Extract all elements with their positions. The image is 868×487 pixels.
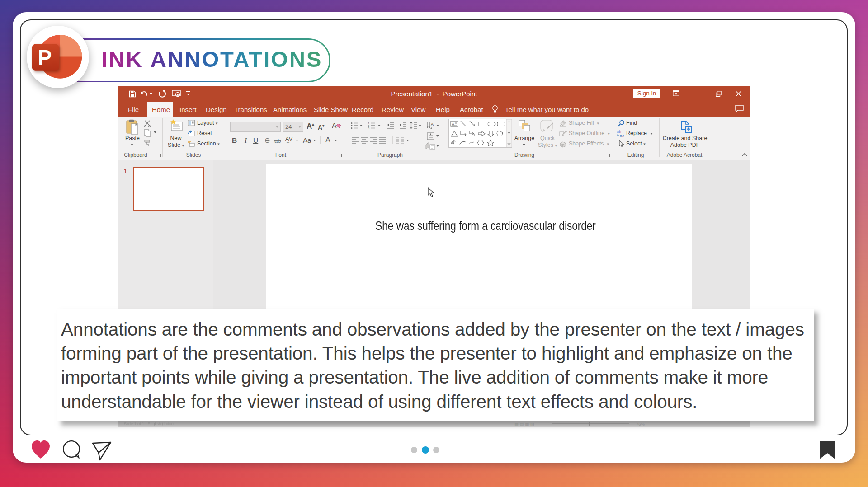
svg-text:P: P xyxy=(38,46,52,69)
svg-text:A: A xyxy=(431,122,434,126)
svg-text:ac: ac xyxy=(620,134,624,138)
svg-text:3: 3 xyxy=(368,127,369,129)
